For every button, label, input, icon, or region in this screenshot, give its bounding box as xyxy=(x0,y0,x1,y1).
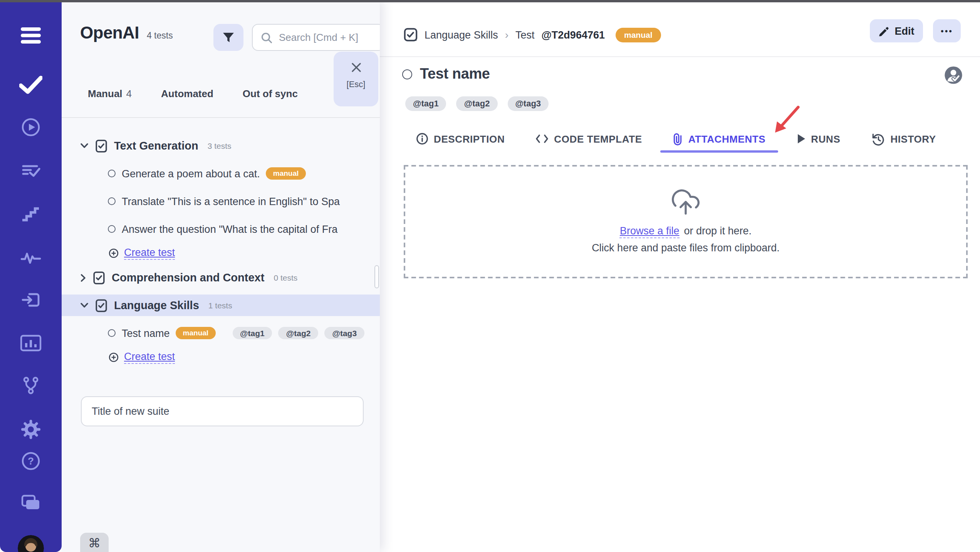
funnel-icon xyxy=(222,31,235,44)
close-drawer-button[interactable]: [Esc] xyxy=(334,52,378,106)
sidebar: ? xyxy=(0,0,62,552)
tag-pill: @tag2 xyxy=(279,327,319,339)
total-test-count: 4 tests xyxy=(147,30,173,40)
search-box xyxy=(252,24,380,51)
info-icon xyxy=(416,133,428,145)
tabs-divider xyxy=(62,117,380,118)
test-status-icon xyxy=(108,197,116,205)
plus-circle-icon xyxy=(109,352,119,362)
test-row-translate[interactable]: Translate "This is a sentence in English… xyxy=(62,190,380,212)
detail-tabs: DESCRIPTION CODE TEMPLATE ATTACHMENTS RU… xyxy=(416,131,936,146)
tag-pill: @tag2 xyxy=(456,96,498,111)
breadcrumb-separator: › xyxy=(505,29,508,41)
svg-text:?: ? xyxy=(28,455,34,467)
tag-pill: @tag3 xyxy=(324,327,364,339)
paste-hint: Click here and paste files from clipboar… xyxy=(592,242,780,254)
test-status-icon xyxy=(108,329,116,337)
search-input[interactable] xyxy=(279,32,371,43)
chevron-down-icon[interactable] xyxy=(80,302,89,308)
activity-icon[interactable] xyxy=(20,250,41,264)
edit-button-label: Edit xyxy=(895,25,915,37)
paperclip-icon xyxy=(673,132,683,145)
tab-out-of-sync[interactable]: Out of sync xyxy=(243,88,298,99)
tests-check-icon[interactable] xyxy=(19,76,42,94)
tab-runs[interactable]: RUNS xyxy=(796,131,840,146)
new-suite-title-input[interactable] xyxy=(81,396,364,426)
tab-manual[interactable]: Manual4 xyxy=(88,88,132,99)
doc-check-icon xyxy=(93,271,105,284)
tab-automated[interactable]: Automated xyxy=(161,88,213,99)
folder-icon[interactable] xyxy=(20,493,42,512)
stairs-icon[interactable] xyxy=(21,205,41,222)
tab-attachments[interactable]: ATTACHMENTS xyxy=(673,131,766,146)
breadcrumb-test-id: @T2d964761 xyxy=(542,29,605,40)
chevron-right-icon[interactable] xyxy=(80,273,86,282)
breadcrumb: Language Skills › Test @T2d964761 manual xyxy=(404,27,661,42)
list-check-icon[interactable] xyxy=(21,162,41,179)
create-test-link[interactable]: Create test xyxy=(124,350,175,364)
suite-row-language-skills[interactable]: Language Skills 1 tests xyxy=(62,295,380,316)
history-icon xyxy=(871,132,885,145)
sign-in-icon[interactable] xyxy=(21,291,41,309)
menu-icon[interactable] xyxy=(21,27,41,44)
plus-circle-icon xyxy=(109,248,119,258)
doc-check-icon xyxy=(404,28,418,42)
test-status-icon xyxy=(108,225,116,233)
drawer-tabs: Manual4 Automated Out of sync xyxy=(88,88,298,99)
tab-history[interactable]: HISTORY xyxy=(871,131,936,146)
app-title: OpenAI xyxy=(80,23,139,43)
chevron-down-icon[interactable] xyxy=(80,143,89,149)
test-detail-panel: Language Skills › Test @T2d964761 manual… xyxy=(380,2,980,552)
suite-row-comprehension[interactable]: Comprehension and Context 0 tests xyxy=(62,267,380,288)
search-icon xyxy=(260,31,273,44)
test-status-icon xyxy=(108,170,116,177)
test-row-test-name[interactable]: Test name manual @tag1 @tag2 @tag3 xyxy=(62,322,380,344)
user-check-icon[interactable] xyxy=(944,66,963,88)
create-test-row-2[interactable]: Create test xyxy=(62,346,380,368)
create-test-row-1[interactable]: Create test xyxy=(62,242,380,264)
more-actions-button[interactable]: ••• xyxy=(933,19,961,42)
drop-hint: or drop it here. xyxy=(684,225,752,237)
browse-file-link[interactable]: Browse a file xyxy=(620,225,680,238)
play-icon xyxy=(796,133,805,144)
manual-badge: manual xyxy=(616,27,661,42)
create-test-link[interactable]: Create test xyxy=(124,246,175,259)
bar-chart-icon[interactable] xyxy=(20,335,42,352)
user-avatar[interactable] xyxy=(17,534,45,552)
ellipsis-icon: ••• xyxy=(941,26,953,35)
tab-description[interactable]: DESCRIPTION xyxy=(416,131,505,146)
tag-pill: @tag3 xyxy=(507,96,549,111)
git-branch-icon[interactable] xyxy=(21,375,41,395)
esc-hint: [Esc] xyxy=(347,79,366,89)
breadcrumb-test-prefix: Test xyxy=(515,29,535,40)
test-status-icon xyxy=(402,69,412,79)
suite-row-text-generation[interactable]: Text Generation 3 tests xyxy=(62,135,380,157)
breadcrumb-suite-link[interactable]: Language Skills xyxy=(425,29,498,40)
upload-dropzone[interactable]: Browse a file or drop it here. Click her… xyxy=(404,165,968,278)
test-title: Test name xyxy=(420,66,490,82)
test-row-poem[interactable]: Generate a poem about a cat. manual xyxy=(62,163,380,184)
filter-button[interactable] xyxy=(213,24,243,51)
test-tags: @tag1 @tag2 @tag3 xyxy=(405,96,549,111)
manual-badge: manual xyxy=(176,327,216,339)
tab-manual-count: 4 xyxy=(126,88,132,99)
tab-code-template[interactable]: CODE TEMPLATE xyxy=(535,131,642,146)
tag-pill: @tag1 xyxy=(232,327,272,339)
command-key-badge[interactable]: ⌘ xyxy=(80,533,109,552)
suite-drawer: OpenAI 4 tests [Esc] Manual4 Automated O… xyxy=(62,0,380,552)
test-row-answer[interactable]: Answer the question "What is the capital… xyxy=(62,218,380,240)
doc-check-icon xyxy=(96,299,107,312)
edit-button[interactable]: Edit xyxy=(870,19,923,42)
help-icon[interactable]: ? xyxy=(21,451,41,471)
drawer-scrollbar-thumb[interactable] xyxy=(374,265,379,288)
header-divider xyxy=(380,56,980,57)
gear-icon[interactable] xyxy=(21,419,41,439)
window-top-edge xyxy=(0,0,980,2)
play-circle-icon[interactable] xyxy=(21,117,41,137)
cloud-upload-icon xyxy=(669,187,703,217)
doc-check-icon xyxy=(96,139,107,152)
tag-pill: @tag1 xyxy=(405,96,446,111)
app-window: ? OpenAI 4 tests [Esc] Manual4 Automated xyxy=(0,0,980,552)
manual-badge: manual xyxy=(266,167,306,180)
close-icon xyxy=(351,62,361,72)
